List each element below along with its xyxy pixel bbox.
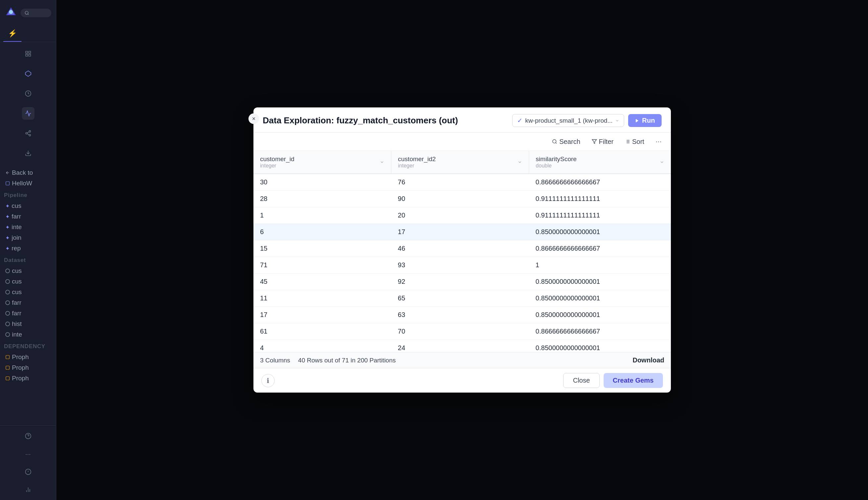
modal-title: Data Exploration: fuzzy_match_customers … [263, 115, 458, 126]
sidebar-icon-analytics[interactable] [22, 107, 34, 120]
table-footer-info: 3 Columns 40 Rows out of 71 in 200 Parti… [254, 352, 671, 368]
sidebar-dataset-item[interactable]: inte [4, 329, 52, 340]
close-action-button[interactable]: Close [563, 373, 599, 388]
close-icon: × [252, 115, 256, 122]
cell-customer_id-6: 45 [254, 274, 391, 290]
sidebar-icon-history[interactable] [22, 87, 34, 100]
download-button[interactable]: Download [632, 356, 664, 364]
sidebar-dataset-item[interactable]: cus [4, 265, 52, 276]
dataset-items: cus cus cus farr farr hist inte [4, 265, 52, 340]
cell-similarityScore-5: 1 [529, 257, 671, 274]
sidebar-icon-graph[interactable] [22, 127, 34, 139]
sidebar-dataset-item[interactable]: farr [4, 297, 52, 308]
svg-rect-15 [6, 355, 10, 359]
cell-customer_id-9: 61 [254, 323, 391, 340]
filter-toolbar-label: Filter [599, 138, 613, 146]
pipeline-item-label: rep [12, 245, 21, 252]
create-gems-button[interactable]: Create Gems [603, 373, 663, 388]
table-row: 17630.8500000000000001 [254, 307, 671, 323]
pipeline-cross-icon: ✦ [5, 203, 10, 209]
col-type-customer-id: integer [260, 163, 294, 169]
sidebar-dataset-item[interactable]: cus [4, 276, 52, 287]
sidebar-tab-projects[interactable]: ⚡ [3, 26, 22, 42]
cell-customer_id-2: 1 [254, 207, 391, 224]
table-row: 15460.8666666666666667 [254, 240, 671, 257]
pipeline-item-label: inte [12, 224, 22, 231]
pipeline-section-label: Pipeline [4, 192, 52, 198]
table-row: 30760.8666666666666667 [254, 174, 671, 191]
sidebar-icon-downloads[interactable] [22, 147, 34, 159]
column-header-similarity-score[interactable]: similarityScore double [529, 151, 671, 174]
sidebar-top [0, 0, 56, 26]
sidebar-pipeline-item[interactable]: ✦ cus [4, 201, 52, 211]
modal-header-right: ✓ kw-product_small_1 (kw-prod... Run [512, 114, 661, 127]
sidebar-pipeline-item[interactable]: ✦ farr [4, 211, 52, 222]
footer-meta: 3 Columns 40 Rows out of 71 in 200 Parti… [260, 357, 396, 364]
run-button[interactable]: Run [628, 114, 661, 127]
col-sort-icon-similarity-score [660, 160, 664, 164]
ellipsis-icon: ··· [25, 450, 31, 458]
sidebar-icon-help[interactable] [22, 430, 34, 442]
dataset-circle-icon [5, 269, 10, 273]
sidebar-dataset-item[interactable]: farr [4, 308, 52, 319]
sidebar-dependency-item[interactable]: Proph [4, 362, 52, 373]
modal-close-button[interactable]: × [248, 113, 259, 124]
sidebar-back-link[interactable]: Back to [4, 168, 52, 178]
svg-point-7 [29, 130, 31, 132]
dataset-circle-icon [5, 322, 10, 326]
table-row: 1200.9111111111111111 [254, 207, 671, 224]
dataset-item-label: cus [12, 267, 22, 274]
chevron-down-icon [615, 119, 619, 123]
column-header-customer-id2[interactable]: customer_id2 integer [391, 151, 529, 174]
sidebar-icon-chart[interactable] [22, 484, 34, 496]
data-table: customer_id integer [254, 151, 671, 352]
bottom-right-actions: Close Create Gems [563, 373, 663, 388]
info-button[interactable]: ℹ [261, 374, 275, 387]
svg-line-10 [27, 134, 29, 135]
dataset-circle-icon [5, 311, 10, 316]
sidebar-icon-info[interactable] [22, 466, 34, 478]
cell-customer_id2-6: 92 [391, 274, 529, 290]
pipeline-cross-icon: ✦ [5, 245, 10, 252]
table-header: customer_id integer [254, 151, 671, 174]
svg-point-8 [25, 133, 27, 134]
sidebar-dataset-item[interactable]: cus [4, 287, 52, 297]
cell-customer_id-0: 30 [254, 174, 391, 191]
sidebar-project-item[interactable]: HelloW [4, 178, 52, 189]
dataset-circle-icon [5, 290, 10, 294]
filter-toolbar-button[interactable]: Filter [589, 137, 616, 147]
sidebar-dependency-item[interactable]: Proph [4, 373, 52, 384]
project-icon [5, 181, 10, 186]
modal-bottom-bar: ℹ Close Create Gems [254, 368, 671, 393]
cell-customer_id2-7: 65 [391, 290, 529, 307]
col-type-customer-id2: integer [398, 163, 436, 169]
sidebar-pipeline-item[interactable]: ✦ join [4, 232, 52, 243]
sidebar-pipeline-item[interactable]: ✦ inte [4, 222, 52, 232]
sidebar-dataset-item[interactable]: hist [4, 319, 52, 329]
dependency-item-label: Proph [12, 375, 29, 382]
sidebar-icon-more-dots[interactable]: ··· [22, 447, 34, 460]
cell-similarityScore-6: 0.8500000000000001 [529, 274, 671, 290]
dependency-icon [5, 376, 10, 380]
col-name-similarity-score: similarityScore [536, 156, 577, 163]
modal-header: Data Exploration: fuzzy_match_customers … [254, 107, 671, 133]
cell-customer_id-7: 11 [254, 290, 391, 307]
svg-point-27 [553, 139, 556, 143]
cell-similarityScore-9: 0.8666666666666667 [529, 323, 671, 340]
sidebar-icon-gems[interactable] [22, 67, 34, 80]
sidebar-search-bar[interactable] [21, 9, 51, 17]
run-environment-selector[interactable]: ✓ kw-product_small_1 (kw-prod... [512, 114, 624, 127]
sort-toolbar-button[interactable]: Sort [622, 137, 647, 147]
search-toolbar-button[interactable]: Search [549, 137, 583, 147]
rows-info: 40 Rows out of 71 in 200 Partitions [298, 357, 396, 364]
more-options-button[interactable]: ··· [653, 136, 664, 147]
main-area: × Data Exploration: fuzzy_match_customer… [56, 0, 868, 500]
play-icon [635, 118, 640, 123]
sidebar-icon-projects[interactable] [22, 47, 34, 60]
sidebar-pipeline-item[interactable]: ✦ rep [4, 243, 52, 254]
column-header-customer-id[interactable]: customer_id integer [254, 151, 391, 174]
cell-customer_id2-2: 20 [391, 207, 529, 224]
dataset-item-label: farr [12, 310, 22, 317]
table-row: 4240.8500000000000001 [254, 340, 671, 352]
sidebar-dependency-item[interactable]: Proph [4, 352, 52, 362]
